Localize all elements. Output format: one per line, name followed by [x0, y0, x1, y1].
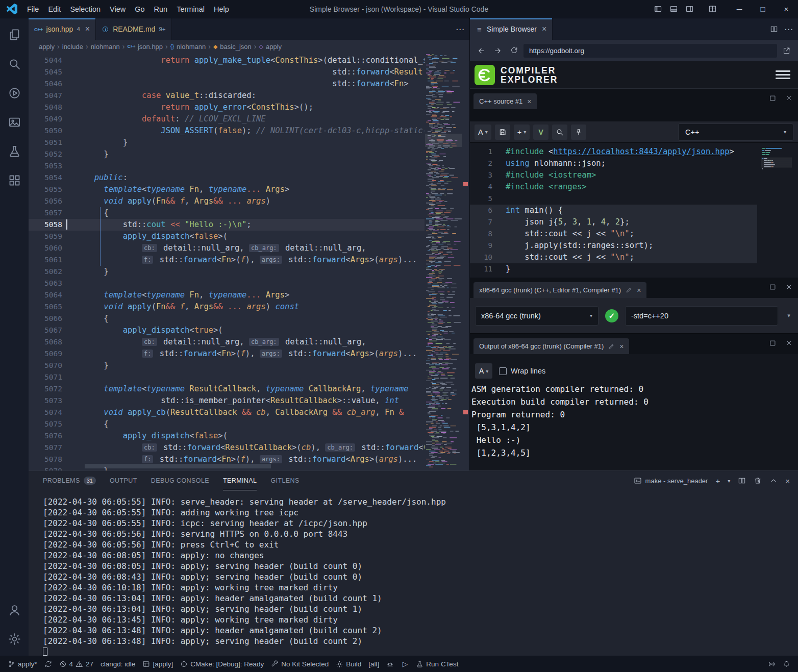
- panel-tab-output[interactable]: OUTPUT: [110, 471, 137, 490]
- code-line-7[interactable]: 7 json j{5, 3, 1, 4, 2};: [470, 216, 757, 228]
- source-pane-tab[interactable]: C++ source #1 ×: [473, 93, 537, 109]
- code-line-5071[interactable]: 5071: [29, 371, 425, 383]
- back-icon[interactable]: [475, 44, 488, 58]
- maximize-pane-icon[interactable]: [769, 339, 777, 347]
- code-line-5050[interactable]: 5050 JSON_ASSERT(false); // NOLINT(cert-…: [29, 125, 425, 137]
- code-line-5049[interactable]: 5049 default: // LCOV_EXCL_LINE: [29, 113, 425, 125]
- status-cmake-status[interactable]: CMake: [Debug]: Ready: [177, 656, 267, 672]
- status-git-branch[interactable]: apply*: [4, 656, 41, 672]
- browser-more-actions-icon[interactable]: ⋯: [784, 24, 793, 35]
- code-line-5045[interactable]: 5045 std::forward<Result: [29, 66, 425, 78]
- code-line-9[interactable]: 9 j.apply(std::ranges::sort);: [470, 240, 757, 252]
- close-window-button[interactable]: ×: [775, 0, 798, 18]
- customize-layout-icon[interactable]: [705, 0, 720, 18]
- breadcrumb-item[interactable]: ◆basic_json: [213, 43, 252, 51]
- account-icon[interactable]: [2, 597, 27, 623]
- new-terminal-icon[interactable]: +: [715, 477, 720, 485]
- menu-go[interactable]: Go: [130, 0, 149, 18]
- minimap[interactable]: [425, 53, 462, 468]
- output-pane-tab[interactable]: Output of x86-64 gcc (trunk) (Compiler #…: [473, 338, 629, 354]
- panel-tab-gitlens[interactable]: GITLENS: [270, 471, 299, 490]
- status-notifications[interactable]: [779, 656, 794, 672]
- terminal-picker[interactable]: make - serve_header: [634, 477, 708, 485]
- status-sync[interactable]: [41, 656, 56, 672]
- close-pane-icon[interactable]: [785, 94, 793, 102]
- menu-help[interactable]: Help: [209, 0, 234, 18]
- code-line-5077[interactable]: 5077 cb: std::forward<ResultCallback>(cb…: [29, 442, 425, 454]
- code-line-5048[interactable]: 5048 return apply_error<ConstThis>();: [29, 102, 425, 113]
- editor-tab-json.hpp[interactable]: C++json.hpp4×: [29, 18, 96, 40]
- code-line-1[interactable]: 1#include <https://localhost:8443/apply/…: [470, 146, 757, 158]
- menu-run[interactable]: Run: [149, 0, 172, 18]
- menu-file[interactable]: File: [22, 0, 43, 18]
- pin-button[interactable]: [571, 125, 586, 140]
- status-clangd[interactable]: clangd: idle: [97, 656, 139, 672]
- code-line-5057[interactable]: 5057 {: [29, 207, 425, 219]
- code-editor[interactable]: 5044 return apply_make_tuple<ConstThis>(…: [29, 53, 469, 470]
- code-line-5065[interactable]: 5065 void apply(Fn&& f, Args&& ... args)…: [29, 301, 425, 313]
- rename-pane-icon[interactable]: [626, 287, 632, 293]
- simple-browser-tab[interactable]: ≡ Simple Browser ×: [470, 18, 553, 40]
- close-compiler-pane-icon[interactable]: ×: [637, 286, 641, 294]
- minimize-button[interactable]: ─: [728, 0, 751, 18]
- code-line-6[interactable]: 6int main() {: [470, 205, 757, 216]
- code-line-5051[interactable]: 5051 }: [29, 137, 425, 148]
- toggle-secondary-sidebar-icon[interactable]: [682, 0, 697, 18]
- image-preview-icon[interactable]: [2, 109, 27, 135]
- code-line-11[interactable]: 11}: [470, 263, 757, 275]
- code-line-5070[interactable]: 5070 }: [29, 360, 425, 371]
- code-line-4[interactable]: 4#include <ranges>: [470, 181, 757, 193]
- code-line-5058[interactable]: 5058 std::cout << "Hello :-)\n";: [29, 219, 425, 231]
- wrap-lines-checkbox[interactable]: [499, 367, 507, 375]
- close-source-pane-icon[interactable]: ×: [527, 97, 531, 106]
- save-button[interactable]: [495, 125, 510, 140]
- forward-icon[interactable]: [491, 44, 505, 58]
- code-line-5076[interactable]: 5076 apply_dispatch<false>(: [29, 430, 425, 442]
- status-launch-target[interactable]: ▷: [397, 656, 412, 672]
- status-cmake-kit[interactable]: No Kit Selected: [267, 656, 332, 672]
- toggle-sidebar-icon[interactable]: [650, 0, 666, 18]
- maximize-panel-icon[interactable]: [769, 477, 778, 485]
- compiler-pane-tab[interactable]: x86-64 gcc (trunk) (C++, Editor #1, Comp…: [473, 282, 646, 298]
- code-line-2[interactable]: 2using nlohmann::json;: [470, 158, 757, 169]
- code-line-10[interactable]: 10 std::cout << j << "\n";: [470, 252, 757, 263]
- code-line-5066[interactable]: 5066 {: [29, 313, 425, 325]
- terminal-dropdown-icon[interactable]: ▾: [728, 478, 730, 484]
- run-debug-icon[interactable]: [2, 80, 27, 106]
- kill-terminal-icon[interactable]: [754, 477, 762, 485]
- status-ctest[interactable]: Run CTest: [412, 656, 462, 672]
- code-line-5052[interactable]: 5052 }: [29, 148, 425, 160]
- maximize-button[interactable]: □: [751, 0, 775, 18]
- split-terminal-icon[interactable]: [738, 477, 746, 485]
- panel-tab-terminal[interactable]: TERMINAL: [223, 471, 257, 490]
- code-line-5056[interactable]: 5056 void apply(Fn&& f, Args&& ... args): [29, 195, 425, 207]
- status-build[interactable]: Build: [332, 656, 365, 672]
- code-line-5059[interactable]: 5059 apply_dispatch<false>(: [29, 231, 425, 242]
- status-build-target[interactable]: [all]: [365, 656, 383, 672]
- compiler-args-input[interactable]: -std=c++20: [625, 306, 778, 326]
- close-tab-icon[interactable]: ×: [85, 25, 90, 33]
- language-select[interactable]: C++ ▾: [678, 123, 793, 141]
- close-panel-icon[interactable]: ×: [785, 477, 790, 485]
- panel-tab-debug-console[interactable]: DEBUG CONSOLE: [151, 471, 209, 490]
- code-line-8[interactable]: 8 std::cout << j << "\n";: [470, 228, 757, 240]
- panel-tab-problems[interactable]: PROBLEMS31: [43, 471, 96, 490]
- code-line-5044[interactable]: 5044 return apply_make_tuple<ConstThis>(…: [29, 55, 425, 66]
- horizontal-scrollbar[interactable]: [85, 464, 271, 468]
- vim-button[interactable]: V: [533, 125, 548, 140]
- add-button[interactable]: +▾: [514, 125, 530, 140]
- search-button[interactable]: [552, 125, 567, 140]
- settings-icon[interactable]: [2, 626, 27, 652]
- code-line-5072[interactable]: 5072 template<typename ResultCallback, t…: [29, 383, 425, 395]
- terminal[interactable]: [2022-04-30 06:05:55] INFO: serve_header…: [29, 490, 798, 657]
- close-pane-icon[interactable]: [785, 339, 793, 347]
- close-pane-icon[interactable]: [785, 283, 793, 291]
- code-line-5067[interactable]: 5067 apply_dispatch<true>(: [29, 325, 425, 336]
- code-line-5053[interactable]: 5053: [29, 160, 425, 172]
- compiler-select[interactable]: x86-64 gcc (trunk) ▾: [475, 306, 598, 326]
- explorer-icon[interactable]: [2, 22, 27, 47]
- code-line-5069[interactable]: 5069 f: std::forward<Fn>(f), args: std::…: [29, 348, 425, 360]
- editor-tab-README.md[interactable]: README.md9+: [96, 18, 171, 40]
- status-debug-target[interactable]: [383, 656, 397, 672]
- menu-terminal[interactable]: Terminal: [172, 0, 209, 18]
